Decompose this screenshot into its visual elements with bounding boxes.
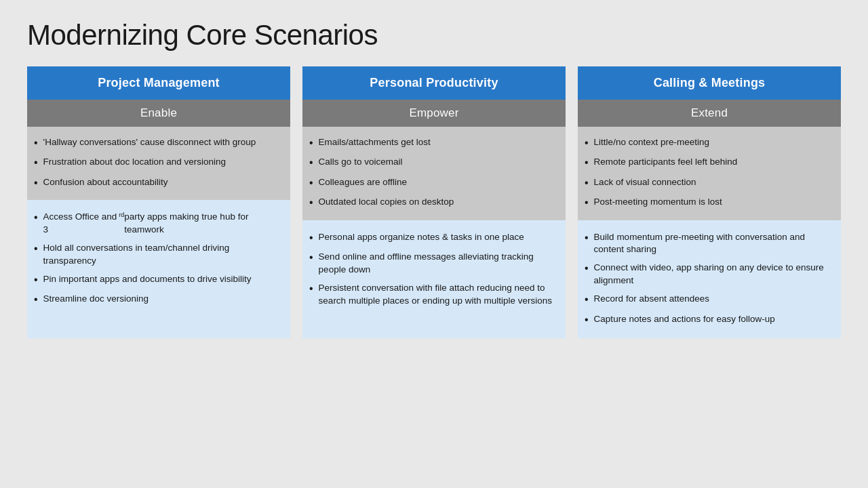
list-item: Post-meeting momentum is lost — [585, 196, 830, 210]
list-item: Calls go to voicemail — [309, 156, 555, 170]
page-title: Modernizing Core Scenarios — [27, 19, 841, 52]
list-item: Frustration about doc location and versi… — [34, 156, 279, 170]
solutions-list-cm: Build momentum pre-meeting with conversa… — [585, 231, 830, 327]
solutions-list-pm: Access Office and 3rd party apps making … — [34, 211, 279, 307]
list-item: Little/no context pre-meeting — [585, 136, 830, 150]
list-item: Pin important apps and documents to driv… — [34, 273, 279, 287]
list-item: Access Office and 3rd party apps making … — [34, 211, 279, 237]
solutions-calling-meetings: Build momentum pre-meeting with conversa… — [578, 220, 841, 338]
header-personal-productivity: Personal Productivity — [302, 66, 566, 100]
problems-list-cm: Little/no context pre-meeting Remote par… — [585, 136, 830, 211]
list-item: Connect with video, app sharing on any d… — [585, 262, 830, 287]
subheader-calling-meetings: Extend — [578, 100, 841, 127]
list-item: 'Hallway conversations' cause disconnect… — [34, 136, 279, 150]
list-item: Persistent conversation with file attach… — [309, 282, 555, 308]
column-calling-meetings: Calling & Meetings Extend Little/no cont… — [578, 66, 841, 338]
solutions-personal-productivity: Personal apps organize notes & tasks in … — [302, 220, 566, 338]
main-grid: Project Management Enable 'Hallway conve… — [27, 66, 841, 338]
column-project-management: Project Management Enable 'Hallway conve… — [27, 66, 290, 338]
problems-project-management: 'Hallway conversations' cause disconnect… — [27, 127, 290, 200]
header-project-management: Project Management — [27, 66, 290, 100]
list-item: Hold all conversations in team/channel d… — [34, 242, 279, 268]
problems-list-pm: 'Hallway conversations' cause disconnect… — [34, 136, 279, 190]
list-item: Record for absent attendees — [585, 293, 830, 307]
list-item: Confusion about accountability — [34, 176, 279, 190]
list-item: Personal apps organize notes & tasks in … — [309, 231, 555, 245]
list-item: Colleagues are offline — [309, 176, 555, 190]
page: Modernizing Core Scenarios Project Manag… — [0, 0, 868, 488]
list-item: Streamline doc versioning — [34, 293, 279, 307]
list-item: Lack of visual connection — [585, 176, 830, 190]
header-calling-meetings: Calling & Meetings — [578, 66, 841, 100]
column-personal-productivity: Personal Productivity Empower Emails/att… — [302, 66, 566, 338]
list-item: Build momentum pre-meeting with conversa… — [585, 231, 830, 257]
list-item: Remote participants feel left behind — [585, 156, 830, 170]
solutions-list-pp: Personal apps organize notes & tasks in … — [309, 231, 555, 308]
subheader-project-management: Enable — [27, 100, 290, 127]
list-item: Emails/attachments get lost — [309, 136, 555, 150]
problems-personal-productivity: Emails/attachments get lost Calls go to … — [302, 127, 566, 220]
list-item: Outdated local copies on desktop — [309, 196, 555, 210]
list-item: Send online and offline messages allevia… — [309, 251, 555, 277]
problems-calling-meetings: Little/no context pre-meeting Remote par… — [578, 127, 841, 220]
solutions-project-management: Access Office and 3rd party apps making … — [27, 200, 290, 338]
problems-list-pp: Emails/attachments get lost Calls go to … — [309, 136, 555, 211]
subheader-personal-productivity: Empower — [302, 100, 566, 127]
list-item: Capture notes and actions for easy follo… — [585, 313, 830, 327]
